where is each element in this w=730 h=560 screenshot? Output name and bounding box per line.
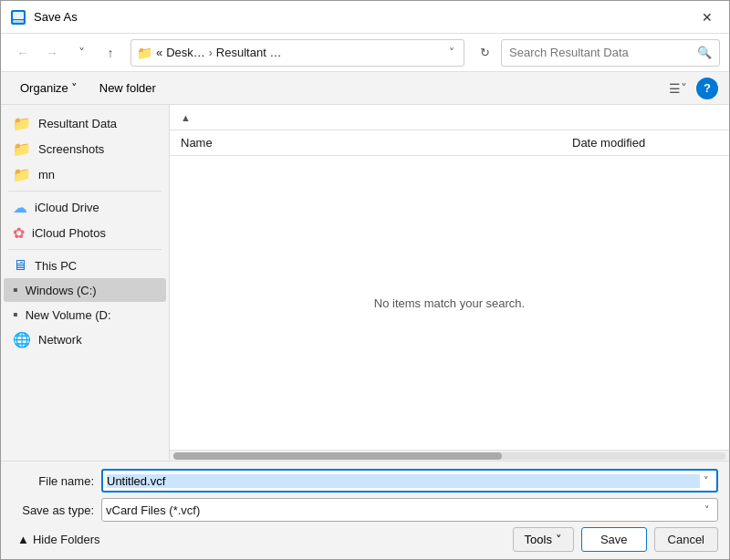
content-columns: Name Date modified <box>170 130 729 156</box>
filetype-dropdown-arrow[interactable]: ˅ <box>701 504 714 516</box>
organize-button[interactable]: Organize ˅ <box>12 78 86 99</box>
icloud-photos-icon: ✿ <box>13 224 25 242</box>
filename-row: File name: ˅ <box>12 469 718 493</box>
sidebar-item-windows-c[interactable]: ▪ Windows (C:) <box>4 278 166 302</box>
filetype-row: Save as type: vCard Files (*.vcf) ˅ <box>12 498 718 522</box>
sidebar: 📁 Resultant Data 📁 Screenshots 📁 mn ☁ iC… <box>1 105 170 461</box>
sidebar-label-mn: mn <box>38 168 55 181</box>
dialog-title: Save As <box>34 10 694 24</box>
folder-icon: 📁 <box>13 140 31 158</box>
navbar: ← → ˅ ↑ 📁 « Desk… › Resultant … ˅ ↻ 🔍 <box>1 34 729 72</box>
view-icon: ☰ <box>669 81 681 96</box>
sidebar-label-screenshots: Screenshots <box>38 142 104 156</box>
new-folder-button[interactable]: New folder <box>91 78 164 99</box>
save-button[interactable]: Save <box>581 527 647 552</box>
search-box: 🔍 <box>501 39 720 67</box>
scrollbar-track <box>173 452 725 460</box>
filetype-value: vCard Files (*.vcf) <box>106 503 701 517</box>
sidebar-label-network: Network <box>38 333 82 347</box>
sidebar-divider-2 <box>8 249 162 250</box>
horizontal-scrollbar[interactable] <box>170 450 729 461</box>
sidebar-item-mn[interactable]: 📁 mn <box>4 162 166 187</box>
sidebar-label-new-volume-d: New Volume (D: <box>26 308 111 322</box>
sidebar-label-this-pc: This PC <box>35 259 77 273</box>
bottom-area: File name: ˅ Save as type: vCard Files (… <box>1 461 729 559</box>
close-button[interactable]: ✕ <box>694 5 720 30</box>
sidebar-item-icloud-photos[interactable]: ✿ iCloud Photos <box>4 221 166 245</box>
sidebar-divider-1 <box>8 191 162 192</box>
folder-icon: 📁 <box>13 115 31 132</box>
sidebar-label-windows-c: Windows (C:) <box>26 284 97 297</box>
monitor-icon: 🖥 <box>13 257 27 274</box>
breadcrumb-folder-icon: 📁 <box>137 46 152 60</box>
svg-rect-1 <box>13 12 24 19</box>
organize-label: Organize <box>20 81 68 95</box>
empty-message: No items match your search. <box>374 296 525 310</box>
actions-row: ▲ Hide Folders Tools ˅ Save Cancel <box>12 527 718 552</box>
filetype-label: Save as type: <box>12 503 94 517</box>
network-icon: 🌐 <box>13 331 31 348</box>
sidebar-label-icloud-drive: iCloud Drive <box>35 201 99 214</box>
tools-label: Tools <box>525 533 552 546</box>
hide-folders-icon: ▲ <box>17 533 29 546</box>
filename-input[interactable] <box>107 474 700 488</box>
windows-drive-icon: ▪ <box>13 282 18 298</box>
scrollbar-thumb[interactable] <box>173 452 502 460</box>
hide-folders-label: Hide Folders <box>33 533 100 546</box>
filetype-select[interactable]: vCard Files (*.vcf) ˅ <box>101 498 718 522</box>
volume-drive-icon: ▪ <box>13 306 18 323</box>
sidebar-item-this-pc[interactable]: 🖥 This PC <box>4 254 166 277</box>
svg-rect-2 <box>13 20 24 23</box>
sidebar-item-network[interactable]: 🌐 Network <box>4 327 166 352</box>
main-area: 📁 Resultant Data 📁 Screenshots 📁 mn ☁ iC… <box>1 105 729 461</box>
collapse-button[interactable]: ▲ <box>181 112 191 123</box>
content-body: No items match your search. <box>170 156 729 450</box>
view-button[interactable]: ☰ ˅ <box>665 76 691 101</box>
search-icon: 🔍 <box>697 46 712 59</box>
hide-folders-button[interactable]: ▲ Hide Folders <box>12 529 106 550</box>
sidebar-item-icloud-drive[interactable]: ☁ iCloud Drive <box>4 195 166 220</box>
dialog-icon <box>10 9 26 26</box>
breadcrumb-dropdown-button[interactable]: ˅ <box>445 45 458 61</box>
titlebar: Save As ✕ <box>1 1 729 34</box>
breadcrumb-part1: « <box>156 46 162 59</box>
help-button[interactable]: ? <box>696 78 718 99</box>
refresh-button[interactable]: ↻ <box>472 40 497 66</box>
breadcrumb-bar[interactable]: 📁 « Desk… › Resultant … ˅ <box>130 39 464 67</box>
up-button[interactable]: ↑ <box>98 40 123 66</box>
folder-icon: 📁 <box>13 166 31 183</box>
breadcrumb-arrow: › <box>209 47 213 59</box>
search-input[interactable] <box>509 46 694 59</box>
organize-arrow-icon: ˅ <box>71 81 78 95</box>
sidebar-item-screenshots[interactable]: 📁 Screenshots <box>4 137 166 161</box>
breadcrumb-resultant: Resultant … <box>216 46 282 59</box>
actionbar: Organize ˅ New folder ☰ ˅ ? <box>1 72 729 105</box>
column-date: Date modified <box>572 136 718 150</box>
sidebar-label-icloud-photos: iCloud Photos <box>32 226 106 240</box>
content-area: ▲ Name Date modified No items match your… <box>170 105 729 461</box>
sidebar-item-new-volume-d[interactable]: ▪ New Volume (D: <box>4 303 166 327</box>
tools-button[interactable]: Tools ˅ <box>513 527 574 552</box>
breadcrumb-desk: Desk… <box>166 46 205 59</box>
tools-arrow-icon: ˅ <box>556 533 562 546</box>
save-as-dialog: Save As ✕ ← → ˅ ↑ 📁 « Desk… › Resultant … <box>0 0 730 560</box>
forward-button[interactable]: → <box>39 40 65 66</box>
sidebar-item-resultant-data[interactable]: 📁 Resultant Data <box>4 111 166 136</box>
back-button[interactable]: ← <box>10 40 36 66</box>
filename-label: File name: <box>12 474 94 488</box>
column-name: Name <box>181 136 572 150</box>
view-arrow-icon: ˅ <box>681 81 687 96</box>
expand-button[interactable]: ˅ <box>68 40 94 66</box>
filename-input-wrapper: ˅ <box>101 469 718 493</box>
icloud-drive-icon: ☁ <box>13 199 27 216</box>
content-header: ▲ <box>170 105 729 130</box>
sidebar-label-resultant-data: Resultant Data <box>38 117 117 130</box>
filename-dropdown-button[interactable]: ˅ <box>700 475 713 487</box>
cancel-button[interactable]: Cancel <box>654 527 718 552</box>
